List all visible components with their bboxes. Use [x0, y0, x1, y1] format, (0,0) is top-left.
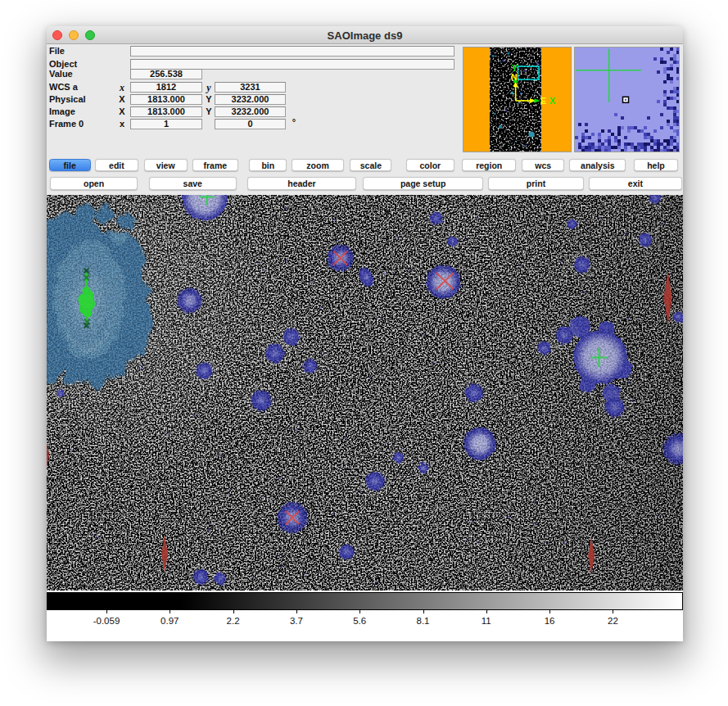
svg-text:N: N [511, 72, 518, 82]
svg-text:X: X [549, 96, 555, 106]
svg-text:Y: Y [512, 63, 518, 73]
svg-text:E: E [540, 96, 546, 106]
